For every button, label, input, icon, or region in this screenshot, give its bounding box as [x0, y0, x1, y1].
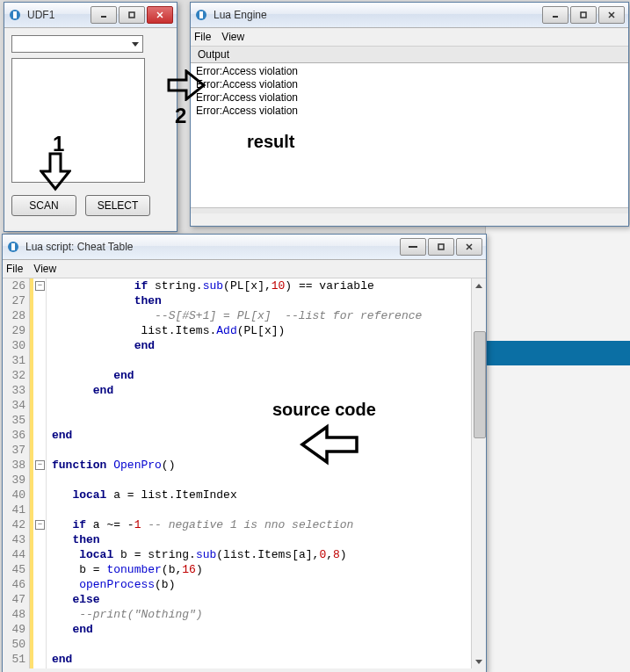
- code-line[interactable]: [52, 443, 466, 458]
- code-line[interactable]: function OpenPro(): [52, 458, 466, 473]
- code-line[interactable]: else: [52, 592, 466, 607]
- code-line[interactable]: [52, 353, 466, 368]
- minimize-button[interactable]: [91, 6, 117, 24]
- scroll-up-icon[interactable]: [472, 278, 486, 293]
- fold-gutter[interactable]: −−−: [33, 278, 47, 668]
- app-icon: [8, 8, 22, 22]
- line-number: 49: [6, 622, 25, 637]
- udf1-titlebar[interactable]: UDF1: [4, 3, 177, 28]
- code-line[interactable]: openProcess(b): [52, 577, 466, 592]
- fold-toggle-icon[interactable]: −: [35, 520, 45, 530]
- app-icon: [6, 240, 20, 254]
- line-number: 43: [6, 532, 25, 547]
- background-panel: [485, 225, 630, 672]
- code-line[interactable]: local a = list.ItemIndex: [52, 488, 466, 502]
- lua-engine-menubar: File View: [191, 28, 628, 47]
- lua-engine-window: Lua Engine File View Output Error:Access…: [190, 2, 629, 227]
- code-line[interactable]: then: [52, 532, 466, 547]
- code-line[interactable]: [52, 502, 466, 517]
- output-line: Error:Access violation: [196, 65, 623, 78]
- background-band: [485, 341, 630, 365]
- code-line[interactable]: end: [52, 428, 466, 443]
- line-number: 35: [6, 413, 25, 428]
- output-tab[interactable]: Output: [191, 47, 628, 63]
- process-listbox[interactable]: [11, 58, 145, 183]
- fold-toggle-icon[interactable]: −: [35, 460, 45, 470]
- lua-script-titlebar[interactable]: Lua script: Cheat Table: [3, 235, 486, 260]
- select-button[interactable]: SELECT: [85, 195, 150, 216]
- scroll-thumb[interactable]: [474, 331, 486, 438]
- line-number: 32: [6, 368, 25, 383]
- code-line[interactable]: end: [52, 338, 466, 353]
- code-line[interactable]: --S[#S+1] = PL[x] --list for reference: [52, 308, 466, 323]
- menu-file[interactable]: File: [6, 263, 23, 275]
- minimize-button[interactable]: [542, 6, 568, 24]
- svg-rect-13: [11, 243, 15, 250]
- svg-rect-1: [13, 11, 17, 18]
- line-number: 36: [6, 428, 25, 443]
- code-line[interactable]: then: [52, 293, 466, 308]
- line-number: 34: [6, 398, 25, 413]
- line-number: 47: [6, 592, 25, 607]
- splitter[interactable]: [191, 208, 628, 213]
- code-line[interactable]: if string.sub(PL[x],10) == variable: [52, 278, 466, 293]
- code-line[interactable]: b = tonumber(b,16): [52, 562, 466, 577]
- code-line[interactable]: if a ~= -1 -- negative 1 is nno selectio…: [52, 517, 466, 532]
- code-body[interactable]: if string.sub(PL[x],10) == variable then…: [47, 278, 471, 668]
- scroll-down-icon[interactable]: [472, 654, 486, 668]
- code-line[interactable]: [52, 398, 466, 413]
- maximize-button[interactable]: [570, 6, 597, 24]
- close-button[interactable]: [147, 6, 173, 24]
- maximize-button[interactable]: [119, 6, 145, 24]
- lua-script-menubar: File View: [3, 260, 486, 278]
- code-line[interactable]: [52, 473, 466, 488]
- svg-rect-9: [581, 12, 586, 18]
- line-number: 31: [6, 353, 25, 368]
- fold-toggle-icon[interactable]: −: [35, 281, 45, 291]
- lua-script-window: Lua script: Cheat Table File View 262728…: [2, 234, 487, 672]
- maximize-button[interactable]: [428, 238, 454, 256]
- code-line[interactable]: end: [52, 652, 466, 667]
- line-number: 42: [6, 517, 25, 532]
- close-button[interactable]: [598, 6, 625, 24]
- udf1-window: UDF1 SCAN SELECT: [4, 2, 177, 232]
- code-line[interactable]: [52, 413, 466, 428]
- line-number: 28: [6, 308, 25, 323]
- code-line[interactable]: [52, 637, 466, 652]
- menu-view[interactable]: View: [221, 31, 244, 43]
- lua-engine-titlebar[interactable]: Lua Engine: [191, 3, 628, 28]
- menu-view[interactable]: View: [33, 263, 56, 275]
- output-line: Error:Access violation: [196, 91, 623, 105]
- line-number-gutter: 2627282930313233343536373839404142434445…: [3, 278, 30, 668]
- scan-button[interactable]: SCAN: [11, 195, 76, 216]
- code-line[interactable]: end: [52, 622, 466, 637]
- line-number: 44: [6, 547, 25, 562]
- process-combo[interactable]: [11, 35, 143, 53]
- line-number: 45: [6, 562, 25, 577]
- lua-script-title: Lua script: Cheat Table: [25, 241, 398, 253]
- svg-rect-3: [129, 12, 134, 18]
- annotation-source-label: source code: [272, 400, 376, 420]
- code-line[interactable]: list.Items.Add(PL[x]): [52, 323, 466, 338]
- menu-file[interactable]: File: [194, 31, 211, 43]
- app-icon: [194, 8, 208, 22]
- svg-rect-7: [199, 11, 203, 18]
- vertical-scrollbar[interactable]: [471, 278, 486, 668]
- close-button[interactable]: [456, 238, 482, 256]
- line-number: 33: [6, 383, 25, 398]
- code-line[interactable]: --print("Nothing"): [52, 607, 466, 622]
- line-number: 39: [6, 473, 25, 488]
- line-number: 26: [6, 278, 25, 293]
- code-editor[interactable]: 2627282930313233343536373839404142434445…: [3, 278, 486, 668]
- line-number: 38: [6, 458, 25, 473]
- code-line[interactable]: end: [52, 368, 466, 383]
- code-line[interactable]: end: [52, 383, 466, 398]
- annotation-arrow-left-icon: [299, 423, 360, 468]
- line-number: 46: [6, 577, 25, 592]
- minimize-button[interactable]: [400, 238, 426, 256]
- line-number: 37: [6, 443, 25, 458]
- annotation-result-label: result: [247, 132, 294, 152]
- code-line[interactable]: local b = string.sub(list.Items[a],0,8): [52, 547, 466, 562]
- line-number: 30: [6, 338, 25, 353]
- chevron-down-icon: [132, 42, 139, 47]
